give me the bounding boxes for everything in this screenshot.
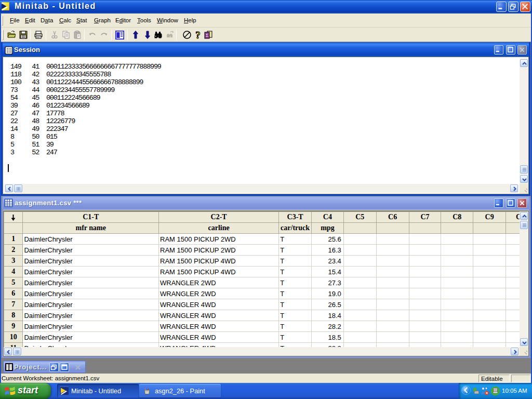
svg-text:Σ: Σ	[206, 33, 208, 38]
svg-text:?: ?	[195, 30, 201, 39]
